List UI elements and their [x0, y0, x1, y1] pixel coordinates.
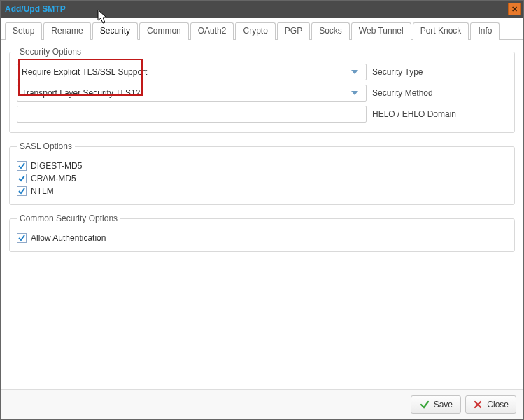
tab-label: Info	[478, 26, 492, 36]
dialog-footer: Save Close	[1, 389, 523, 419]
cram-md5-checkbox[interactable]	[17, 174, 27, 183]
helo-domain-row: HELO / EHLO Domain	[17, 106, 507, 122]
security-type-label: Security Type	[372, 67, 423, 77]
chevron-down-icon	[348, 70, 362, 74]
tab-setup[interactable]: Setup	[5, 22, 42, 40]
tab-crypto[interactable]: Crypto	[235, 22, 275, 40]
helo-domain-input[interactable]	[17, 106, 367, 122]
dropdown-value: Transport Layer Security TLS12	[22, 88, 348, 98]
tab-content: Security Options Require Explicit TLS/SS…	[1, 40, 523, 389]
tab-label: Setup	[13, 26, 34, 36]
check-icon	[17, 187, 26, 195]
tab-label: Security	[100, 26, 130, 36]
dialog-window: Add/Upd SMTP ✕ Setup Rename Security Com…	[1, 1, 523, 419]
check-icon	[420, 400, 430, 410]
check-icon	[17, 234, 26, 242]
tab-label: PGP	[285, 26, 302, 36]
checkbox-label: DIGEST-MD5	[31, 161, 82, 171]
sasl-ntlm-row: NTLM	[17, 186, 507, 196]
tab-label: Port Knock	[420, 26, 462, 36]
digest-md5-checkbox[interactable]	[17, 161, 27, 171]
allow-auth-row: Allow Authentication	[17, 233, 507, 243]
security-method-label: Security Method	[372, 88, 433, 98]
tab-oauth2[interactable]: OAuth2	[190, 22, 234, 40]
chevron-down-icon	[348, 91, 362, 95]
sasl-digest-md5-row: DIGEST-MD5	[17, 161, 507, 171]
tab-label: Rename	[51, 26, 83, 36]
helo-domain-label: HELO / EHLO Domain	[372, 109, 456, 119]
security-method-row: Transport Layer Security TLS12 Security …	[17, 85, 507, 102]
tab-label: Common	[147, 26, 181, 36]
tab-bar: Setup Rename Security Common OAuth2 Cryp…	[1, 18, 523, 40]
tab-port-knock[interactable]: Port Knock	[413, 22, 469, 40]
tab-web-tunnel[interactable]: Web Tunnel	[351, 22, 411, 40]
panel-legend: Common Security Options	[17, 214, 120, 223]
check-icon	[17, 174, 26, 183]
button-label: Close	[487, 400, 509, 410]
window-title: Add/Upd SMTP	[5, 4, 66, 14]
panel-legend: Security Options	[17, 47, 84, 57]
check-icon	[17, 162, 26, 170]
tab-security[interactable]: Security	[92, 22, 138, 40]
sasl-cram-md5-row: CRAM-MD5	[17, 174, 507, 183]
close-icon: ✕	[511, 5, 518, 14]
common-security-options-panel: Common Security Options Allow Authentica…	[9, 214, 515, 252]
tab-common[interactable]: Common	[139, 22, 189, 40]
dropdown-value: Require Explicit TLS/SSL Support	[22, 67, 348, 77]
window-close-button[interactable]: ✕	[508, 3, 521, 15]
tab-label: Socks	[319, 26, 342, 36]
security-type-dropdown[interactable]: Require Explicit TLS/SSL Support	[17, 64, 367, 80]
tab-label: OAuth2	[198, 26, 227, 36]
x-icon	[473, 400, 483, 410]
security-type-row: Require Explicit TLS/SSL Support Securit…	[17, 64, 507, 80]
tab-label: Web Tunnel	[359, 26, 404, 36]
checkbox-label: Allow Authentication	[31, 233, 106, 243]
checkbox-label: CRAM-MD5	[31, 174, 76, 183]
security-method-dropdown[interactable]: Transport Layer Security TLS12	[17, 85, 367, 102]
sasl-options-panel: SASL Options DIGEST-MD5 CRAM-MD5 NTLM	[9, 141, 515, 205]
save-button[interactable]: Save	[411, 396, 461, 414]
close-button[interactable]: Close	[465, 396, 516, 414]
tab-rename[interactable]: Rename	[43, 22, 90, 40]
tab-pgp[interactable]: PGP	[277, 22, 310, 40]
tab-label: Crypto	[243, 26, 267, 36]
tab-info[interactable]: Info	[470, 22, 500, 40]
allow-authentication-checkbox[interactable]	[17, 233, 27, 243]
ntlm-checkbox[interactable]	[17, 186, 27, 196]
button-label: Save	[434, 400, 453, 410]
security-options-panel: Security Options Require Explicit TLS/SS…	[9, 47, 515, 133]
checkbox-label: NTLM	[31, 186, 54, 196]
panel-legend: SASL Options	[17, 141, 75, 151]
tab-socks[interactable]: Socks	[311, 22, 350, 40]
titlebar: Add/Upd SMTP ✕	[1, 1, 523, 18]
